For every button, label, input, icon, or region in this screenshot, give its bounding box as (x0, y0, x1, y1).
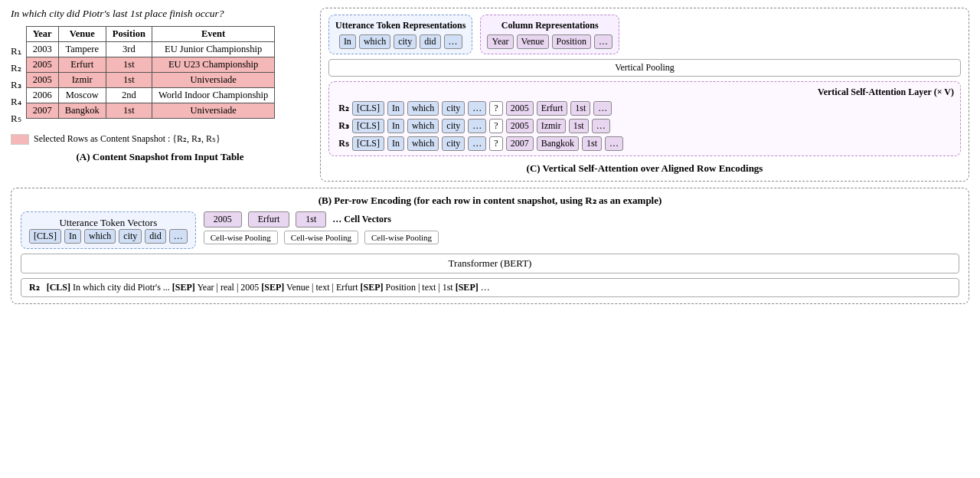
cell-vectors-label: … Cell Vectors (332, 214, 391, 225)
cell-group-erfurt: Erfurt (248, 211, 290, 228)
tok-ellipsis2: … (592, 119, 610, 133)
token-ellipsis: … (444, 34, 462, 49)
panel-a: In which city did Piotr's last 1st place… (11, 8, 309, 182)
column-rep-box: Column Representations Year Venue Positi… (480, 15, 619, 54)
utterance-token-title: Utterance Token Representations (335, 20, 466, 31)
vert-attn-title: Vertical Self-Attention Layer (× V) (335, 87, 954, 98)
attn-row-id-r5: R₅ (335, 138, 349, 149)
panel-c: Utterance Token Representations In which… (320, 8, 969, 182)
bert-sequence: R₂ [CLS] In which city did Piotr's ... [… (21, 278, 959, 297)
utterance-token-row: In which city did … (339, 34, 462, 49)
panel-a-label: (A) Content Snapshot from Input Table (11, 151, 309, 163)
cell: EU U23 Championship (152, 57, 274, 73)
tok-q: ? (489, 119, 502, 133)
tok-2005: 2005 (506, 119, 534, 133)
cell: 2003 (26, 42, 58, 57)
tok-city: city (442, 101, 465, 116)
tok-q: ? (489, 136, 502, 151)
tok-bangkok: Bangkok (537, 136, 579, 151)
col-event: Event (152, 27, 274, 42)
col-year: Year (26, 27, 58, 42)
cell: 1st (106, 57, 152, 73)
row-label-1: R₁ (11, 43, 23, 60)
tok-ellipsis: … (468, 136, 486, 151)
utterance-vectors-title: Utterance Token Vectors (59, 217, 157, 229)
pool-group-2: Cell-wise Pooling (284, 231, 358, 244)
tok-which: which (407, 136, 439, 151)
cell: 2006 (26, 88, 58, 103)
panel-b-title: (B) Per-row Encoding (for each row in co… (21, 195, 959, 207)
table-row-highlight: 2007 Bangkok 1st Universiade (26, 103, 275, 119)
legend-text: Selected Rows as Content Snapshot : {R₂,… (34, 133, 220, 145)
cell-group-1st: 1st (296, 211, 326, 228)
tok-which: which (84, 229, 116, 244)
table-wrapper: R₁ R₂ R₃ R₄ R₅ Year Venue Position Event (11, 26, 309, 127)
tok-ellipsis2: … (605, 136, 623, 151)
tok-q: ? (489, 101, 502, 116)
panel-b-inner: Utterance Token Vectors [CLS] In which c… (21, 211, 959, 249)
token-in: In (339, 34, 356, 49)
data-table: Year Venue Position Event 2003 Tampere 3… (26, 26, 276, 119)
tok-1st: 1st (569, 119, 589, 133)
cell: Universiade (152, 103, 274, 119)
attn-row-r5: R₅ [CLS] In which city … ? 2007 Bangkok … (335, 136, 954, 151)
row-label-2: R₂ (11, 60, 23, 77)
cell-group-2005: 2005 (204, 211, 242, 228)
vert-attn-section: Vertical Self-Attention Layer (× V) R₂ [… (328, 81, 961, 156)
cell-vectors-area: 2005 Erfurt 1st … Cell Vectors Cell-wise… (204, 211, 959, 244)
tok-did: did (145, 229, 165, 244)
cell: Bangkok (58, 103, 106, 119)
cell-vectors-top-row: 2005 Erfurt 1st … Cell Vectors (204, 211, 959, 228)
cell-val-1st: 1st (296, 211, 326, 228)
cell-val-2005: 2005 (204, 211, 242, 228)
col-token-position: Position (552, 34, 591, 49)
cell-pool-row: Cell-wise Pooling Cell-wise Pooling Cell… (204, 231, 959, 244)
table-row: 2003 Tampere 3rd EU Junior Championship (26, 42, 275, 57)
attn-row-r3: R₃ [CLS] In which city … ? 2005 Izmir 1s… (335, 119, 954, 133)
token-which: which (359, 34, 390, 49)
tok-erfurt: Erfurt (537, 101, 568, 116)
tok-in: In (387, 119, 404, 133)
tok-cls: [CLS] (352, 136, 384, 151)
vertical-pooling-box: Vertical Pooling (328, 59, 961, 77)
cell: 2007 (26, 103, 58, 119)
tok-which: which (407, 119, 439, 133)
cell: Tampere (58, 42, 106, 57)
utterance-vectors-row: [CLS] In which city did … (29, 229, 188, 244)
tok-1st: 1st (582, 136, 602, 151)
tok-in: In (387, 101, 404, 116)
cell: EU Junior Championship (152, 42, 274, 57)
col-position: Position (106, 27, 152, 42)
utterance-vectors-box: Utterance Token Vectors [CLS] In which c… (21, 211, 196, 249)
tok-ellipsis: … (468, 119, 486, 133)
table-row: 2006 Moscow 2nd World Indoor Championshi… (26, 88, 275, 103)
cell: 2nd (106, 88, 152, 103)
col-venue: Venue (58, 27, 106, 42)
tok-cls: [CLS] (29, 229, 61, 244)
token-city: city (394, 34, 416, 49)
cell-val-erfurt: Erfurt (248, 211, 290, 228)
tok-1st: 1st (570, 101, 590, 116)
transformer-box: Transformer (BERT) (21, 254, 959, 273)
tok-cls: [CLS] (352, 101, 384, 116)
panel-c-top: Utterance Token Representations In which… (328, 15, 961, 54)
tok-2007: 2007 (506, 136, 534, 151)
row-label-4: R₄ (11, 93, 23, 110)
tok-in: In (387, 136, 404, 151)
attn-row-r2: R₂ [CLS] In which city … ? 2005 Erfurt 1… (335, 101, 954, 116)
cell: Izmir (58, 73, 106, 88)
column-token-row: Year Venue Position … (487, 34, 612, 49)
tok-which: which (407, 101, 439, 116)
attn-row-id-r3: R₃ (335, 120, 349, 132)
cell: 2005 (26, 73, 58, 88)
pool-group-3: Cell-wise Pooling (364, 231, 439, 244)
cell: 2005 (26, 57, 58, 73)
tok-in: In (64, 229, 81, 244)
bert-row-id: R₂ (29, 282, 40, 293)
tok-2005: 2005 (506, 101, 534, 116)
tok-city: city (442, 119, 465, 133)
pool-box-2: Cell-wise Pooling (284, 231, 358, 244)
attn-row-id-r2: R₂ (335, 103, 349, 114)
cell: Moscow (58, 88, 106, 103)
pool-box-1: Cell-wise Pooling (204, 231, 278, 244)
